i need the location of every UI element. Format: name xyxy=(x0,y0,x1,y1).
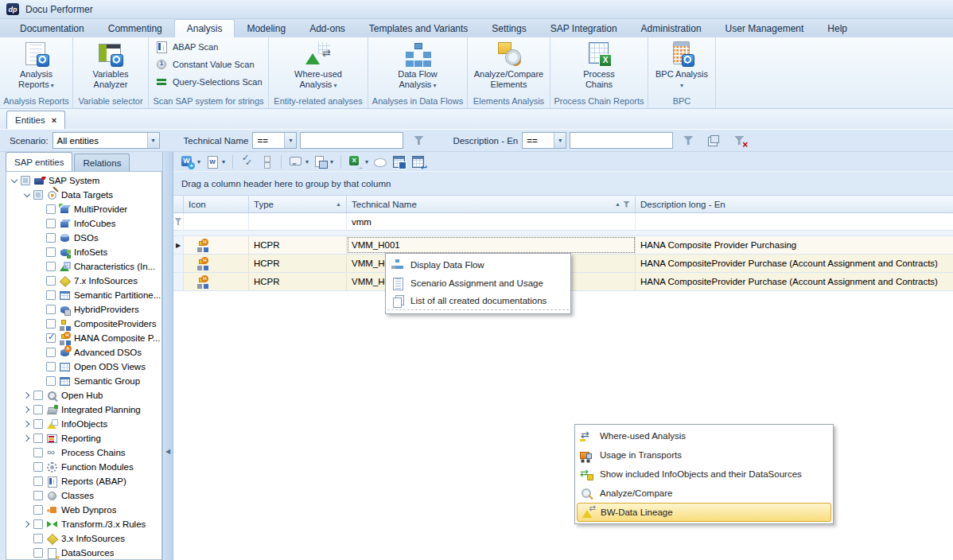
checkbox[interactable] xyxy=(46,348,56,357)
expander-icon[interactable] xyxy=(22,462,33,472)
tree-item[interactable]: Open ODS Views xyxy=(6,360,161,374)
tree-item[interactable]: DSOs xyxy=(6,231,161,245)
tree-item[interactable]: Reporting xyxy=(6,431,161,445)
toolbar-button[interactable] xyxy=(409,154,428,170)
ribbon-button[interactable]: BPC Analysis xyxy=(655,41,708,91)
splitter[interactable] xyxy=(162,152,173,560)
tree-item[interactable]: MultiProvider xyxy=(6,202,161,216)
toolbar-button[interactable] xyxy=(232,155,233,169)
checkbox[interactable] xyxy=(33,476,43,486)
filter-value-input[interactable] xyxy=(570,132,673,149)
tree-item[interactable]: HybridProviders xyxy=(6,302,161,317)
tree-item[interactable]: Web Dynpros xyxy=(6,503,161,517)
expander-icon[interactable] xyxy=(35,362,45,371)
operator-select[interactable]: == xyxy=(252,132,297,149)
technical-name-cell[interactable]: VMM_H001 xyxy=(347,236,636,254)
tree-item[interactable]: Advanced DSOs xyxy=(6,345,161,360)
expander-icon[interactable] xyxy=(22,519,33,529)
toolbar-button[interactable] xyxy=(346,154,371,170)
toolbar-button[interactable] xyxy=(371,154,390,170)
chevron-down-icon[interactable] xyxy=(554,133,566,148)
expander-icon[interactable] xyxy=(22,491,33,500)
expander-icon[interactable] xyxy=(35,376,45,386)
toolbar-button[interactable] xyxy=(286,154,311,170)
menu-tab[interactable]: Administration xyxy=(629,19,714,37)
column-header[interactable]: Type xyxy=(249,196,347,212)
checkbox[interactable] xyxy=(33,519,43,529)
checkbox[interactable] xyxy=(33,462,43,472)
collapse-left-icon[interactable] xyxy=(165,448,170,455)
menu-tab[interactable]: SAP Integration xyxy=(539,19,629,37)
ribbon-button[interactable]: ABAP Scan xyxy=(149,38,268,55)
ribbon-button[interactable]: Analyze/CompareElements xyxy=(474,41,543,90)
menu-tab[interactable]: Documentation xyxy=(8,19,96,37)
expander-icon[interactable] xyxy=(22,419,33,429)
expander-icon[interactable] xyxy=(22,505,33,515)
toolbar-button[interactable] xyxy=(281,155,282,169)
expander-icon[interactable] xyxy=(35,204,45,214)
menu-tab[interactable]: Add-ons xyxy=(298,19,357,37)
toolbar-button[interactable] xyxy=(340,155,341,169)
expander-icon[interactable] xyxy=(22,476,33,486)
submenu-item[interactable]: Usage in Transports xyxy=(577,445,831,465)
toolbar-button[interactable] xyxy=(178,154,203,170)
panel-tab[interactable]: SAP entities xyxy=(6,152,72,171)
tree-item[interactable]: HANA Composite P... xyxy=(6,331,161,345)
toolbar-button[interactable] xyxy=(203,154,228,170)
apply-filter-button[interactable] xyxy=(408,132,429,150)
tree-item[interactable]: InfoCubes xyxy=(6,216,161,231)
context-menu-item[interactable]: Scenario Assignment and Usage xyxy=(387,274,569,292)
ribbon-button[interactable]: Query-Selections Scan xyxy=(149,73,268,90)
ribbon-button[interactable]: VariablesAnalyzer xyxy=(92,41,128,90)
tree-item[interactable]: Function Modules xyxy=(6,460,161,474)
column-header[interactable]: Icon xyxy=(184,196,249,212)
menu-tab[interactable]: Modeling xyxy=(235,19,298,37)
expander-icon[interactable] xyxy=(35,333,45,343)
expander-icon[interactable] xyxy=(35,276,45,286)
grid-row[interactable]: HCPR VMM_H001 HANA Composite Provider Pu… xyxy=(173,236,953,255)
chevron-down-icon[interactable] xyxy=(284,133,296,148)
checkbox[interactable] xyxy=(46,247,56,257)
tree-item[interactable]: Characteristics (In... xyxy=(6,259,161,274)
checkbox[interactable] xyxy=(46,276,56,286)
menu-tab[interactable]: Commenting xyxy=(96,19,174,37)
submenu-item[interactable]: Show included InfoObjects and their Data… xyxy=(577,465,831,484)
tree-item[interactable]: DataSources xyxy=(6,546,161,560)
expander-icon[interactable] xyxy=(35,233,45,243)
description-filter-cell[interactable] xyxy=(636,213,953,230)
ribbon-button[interactable]: Where-usedAnalysis xyxy=(294,41,342,91)
checkbox[interactable] xyxy=(46,333,56,343)
context-menu-item[interactable]: List of all created documentations xyxy=(387,292,569,310)
ribbon-button[interactable]: Constant Value Scan xyxy=(149,56,268,72)
checkbox[interactable] xyxy=(46,233,56,243)
checkbox[interactable] xyxy=(46,262,56,271)
tree-item[interactable]: 7.x InfoSources xyxy=(6,274,161,288)
clear-filter-button[interactable] xyxy=(729,132,749,150)
tree-item[interactable]: CompositeProviders xyxy=(6,317,161,331)
expander-icon[interactable] xyxy=(35,290,45,300)
toolbar-button[interactable] xyxy=(257,154,276,170)
checkbox[interactable] xyxy=(46,362,56,371)
ribbon-button[interactable]: ProcessChains xyxy=(583,41,615,90)
expander-icon[interactable] xyxy=(22,405,33,414)
close-tab-icon[interactable] xyxy=(52,115,56,125)
filter-value-input[interactable] xyxy=(300,132,403,149)
expander-icon[interactable] xyxy=(22,534,33,543)
menu-tab[interactable]: Help xyxy=(815,19,859,37)
ribbon-button[interactable]: AnalysisReports xyxy=(18,41,54,91)
checkbox[interactable] xyxy=(33,391,43,400)
tree-item[interactable]: 3.x InfoSources xyxy=(6,531,161,546)
tree-item[interactable]: InfoObjects xyxy=(6,417,161,431)
document-tab[interactable]: Entities xyxy=(6,111,65,129)
checkbox[interactable] xyxy=(46,376,56,386)
operator-select[interactable]: == xyxy=(522,132,566,149)
checkbox[interactable] xyxy=(33,534,43,543)
expander-icon[interactable] xyxy=(22,548,33,558)
ribbon-button[interactable]: Data FlowAnalysis xyxy=(398,41,438,91)
expander-icon[interactable] xyxy=(22,190,33,200)
toolbar-button[interactable] xyxy=(390,154,409,170)
tree-item[interactable]: Integrated Planning xyxy=(6,402,161,417)
checkbox[interactable] xyxy=(46,305,56,314)
checkbox[interactable] xyxy=(33,419,43,429)
checkbox[interactable] xyxy=(46,219,56,228)
